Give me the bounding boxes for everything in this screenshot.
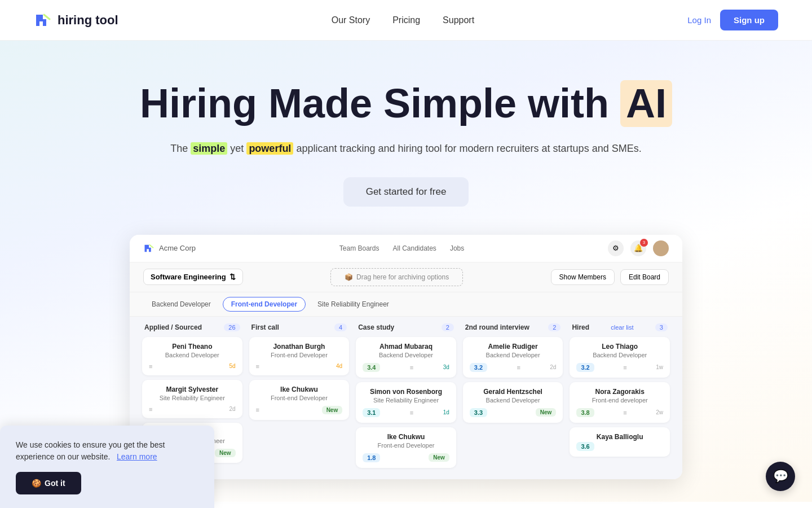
candidate-name: Amelie Rudiger — [470, 343, 557, 351]
logo-icon — [34, 11, 52, 29]
card-new-badge: New — [215, 449, 236, 457]
table-row[interactable]: Margit Sylvester Site Reliability Engine… — [142, 380, 242, 418]
table-row[interactable]: Peni Theano Backend Developer ≡ 5d — [142, 337, 242, 375]
candidate-role: Site Reliability Engineer — [363, 397, 449, 404]
card-score: 3.8 — [576, 408, 594, 417]
department-selector[interactable]: Software Engineering ⇅ — [143, 269, 243, 285]
table-row[interactable]: Amelie Rudiger Backend Developer 3.2 ≡ 2… — [463, 337, 563, 378]
settings-icon-btn[interactable]: ⚙ — [608, 240, 624, 256]
card-footer: ≡ 4d — [256, 363, 343, 370]
drag-zone-label: Drag here for archiving options — [356, 273, 449, 281]
card-footer: ≡ 2d — [149, 406, 236, 413]
candidate-role: Backend Developer — [363, 352, 449, 358]
candidate-role: Front-end Developer — [256, 395, 343, 401]
menu-icon: ≡ — [410, 364, 413, 371]
table-row[interactable]: Simon von Rosenborg Site Reliability Eng… — [356, 382, 456, 423]
cookie-text: We use cookies to ensure you get the bes… — [16, 439, 198, 463]
card-time: 4d — [336, 363, 342, 369]
got-it-label: Got it — [45, 479, 65, 488]
hero-title-text: Hiring Made Simple with — [140, 81, 620, 126]
navbar: hiring tool Our Story Pricing Support Lo… — [0, 0, 812, 41]
candidate-name: Simon von Rosenborg — [363, 388, 449, 396]
card-score: 3.6 — [576, 442, 594, 451]
app-nav-links: Team Boards All Candidates Jobs — [339, 244, 464, 252]
app-toolbar-right: Show Members Edit Board — [551, 269, 669, 285]
tab-sre[interactable]: Site Reliability Engineer — [309, 297, 398, 312]
card-footer: ≡ 5d — [149, 363, 236, 370]
card-time: 2d — [229, 406, 235, 412]
signup-button[interactable]: Sign up — [720, 10, 778, 30]
get-started-button[interactable]: Get started for free — [343, 177, 469, 207]
table-row[interactable]: Nora Zagorakis Front-end developer 3.8 ≡… — [570, 382, 670, 423]
candidate-role: Backend Developer — [470, 397, 557, 404]
card-footer: 3.2 ≡ 2d — [470, 363, 557, 372]
tab-frontend-dev[interactable]: Front-end Developer — [223, 297, 306, 312]
card-time: 2d — [550, 364, 556, 370]
hero-title: Hiring Made Simple with AI — [34, 80, 778, 127]
kanban-col-hired: Hired clear list 3 Leo Thiago Backend De… — [566, 323, 673, 472]
card-new-badge: New — [322, 406, 343, 414]
app-nav-team-boards[interactable]: Team Boards — [339, 244, 379, 252]
candidate-name: Jonathan Burgh — [256, 343, 343, 351]
col-count-hired: 3 — [655, 323, 668, 331]
candidate-role: Site Reliability Engineer — [149, 395, 236, 401]
col-title-case-study: Case study — [358, 323, 394, 331]
col-title-2nd-round: 2nd round interview — [465, 323, 529, 331]
table-row[interactable]: Ike Chukwu Front-end Developer ≡ New — [249, 380, 350, 420]
menu-icon: ≡ — [256, 363, 259, 370]
card-time: 3d — [443, 364, 449, 370]
chat-widget[interactable]: 💬 — [766, 462, 795, 491]
col-header-applied: Applied / Sourced 26 — [142, 323, 242, 331]
menu-icon: ≡ — [623, 409, 626, 416]
cookie-emoji: 🍪 — [32, 479, 41, 488]
show-members-button[interactable]: Show Members — [551, 269, 615, 285]
nav-link-our-story[interactable]: Our Story — [332, 15, 370, 25]
kanban-col-2nd-round: 2nd round interview 2 Amelie Rudiger Bac… — [460, 323, 567, 472]
table-row[interactable]: Gerald Hentzschel Backend Developer 3.3 … — [463, 382, 563, 423]
edit-board-button[interactable]: Edit Board — [620, 269, 669, 285]
card-new-badge: New — [429, 453, 449, 462]
table-row[interactable]: Leo Thiago Backend Developer 3.2 ≡ 1w — [570, 337, 670, 378]
menu-icon: ≡ — [410, 409, 413, 416]
table-row[interactable]: Kaya Ballioglu 3.6 — [570, 427, 670, 457]
login-button[interactable]: Log In — [687, 15, 711, 25]
app-nav-all-candidates[interactable]: All Candidates — [392, 244, 436, 252]
card-footer: 3.8 ≡ 2w — [576, 408, 663, 417]
clear-list-btn[interactable]: clear list — [611, 324, 633, 331]
menu-icon: ≡ — [517, 364, 520, 371]
table-row[interactable]: Ike Chukwu Front-end Developer 1.8 New — [356, 427, 456, 468]
candidate-name: Kaya Ballioglu — [576, 433, 663, 441]
hero-simple-highlight: simple — [191, 142, 227, 155]
menu-icon: ≡ — [149, 406, 152, 413]
notifications-badge: 3 — [640, 239, 648, 247]
logo[interactable]: hiring tool — [34, 11, 118, 29]
col-header-2nd-round: 2nd round interview 2 — [463, 323, 563, 331]
col-title-hired: Hired — [572, 323, 589, 331]
menu-icon: ≡ — [256, 406, 259, 413]
nav-link-pricing[interactable]: Pricing — [392, 15, 420, 25]
learn-more-link[interactable]: Learn more — [117, 452, 157, 461]
menu-icon: ≡ — [149, 363, 152, 370]
candidate-name: Gerald Hentzschel — [470, 388, 557, 396]
kanban-col-case-study: Case study 2 Ahmad Mubaraq Backend Devel… — [352, 323, 460, 472]
card-footer: 3.4 ≡ 3d — [363, 363, 449, 372]
candidate-name: Nora Zagorakis — [576, 388, 663, 396]
table-row[interactable]: Ahmad Mubaraq Backend Developer 3.4 ≡ 3d — [356, 337, 456, 378]
table-row[interactable]: Jonathan Burgh Front-end Developer ≡ 4d — [249, 337, 350, 375]
card-time: 2w — [656, 409, 663, 415]
candidate-role: Backend Developer — [470, 352, 557, 358]
candidate-name: Peni Theano — [149, 343, 236, 351]
app-nav-jobs[interactable]: Jobs — [450, 244, 464, 252]
card-footer: ≡ New — [256, 406, 343, 414]
col-title-first-call: First call — [251, 323, 279, 331]
card-footer: 3.1 ≡ 1d — [363, 408, 449, 417]
tab-backend-dev[interactable]: Backend Developer — [143, 297, 219, 312]
card-time: 1w — [656, 364, 663, 370]
notifications-icon-btn[interactable]: 🔔 3 — [630, 240, 646, 256]
user-avatar[interactable] — [653, 240, 669, 256]
got-it-button[interactable]: 🍪 Got it — [16, 472, 81, 494]
candidate-role: Front-end Developer — [256, 352, 343, 358]
nav-link-support[interactable]: Support — [443, 15, 474, 25]
chevron-updown-icon: ⇅ — [230, 273, 236, 281]
app-company-name: Acme Corp — [159, 244, 196, 252]
